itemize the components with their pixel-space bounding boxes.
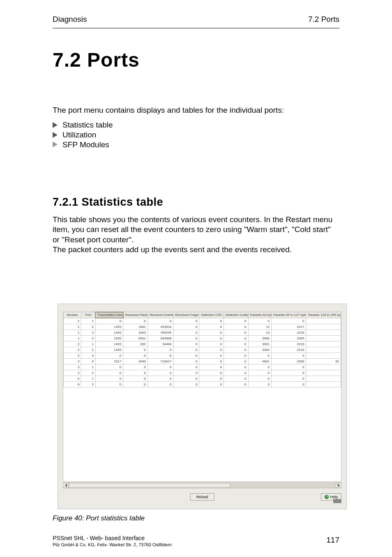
table-cell: 1493 — [95, 341, 123, 347]
bullet-label: Utilization — [62, 130, 96, 140]
column-header[interactable]: Packets 128 to 255 byte — [306, 312, 341, 318]
header-right: 7.2 Ports — [308, 15, 339, 24]
table-cell: 0 — [199, 364, 224, 370]
table-cell: 2365 — [271, 336, 306, 341]
table-cell: 0 — [95, 318, 123, 324]
column-header[interactable]: Received Octets — [148, 312, 173, 318]
table-cell: 664808 — [148, 336, 173, 341]
table-cell — [306, 382, 341, 388]
column-header[interactable]: Received Packets — [123, 312, 148, 318]
app-window: ModulePortTransmitted Unicast PacketsRec… — [58, 304, 347, 509]
column-header[interactable]: Module — [64, 312, 81, 318]
table-cell: 0 — [123, 318, 148, 324]
table-cell: 0 — [224, 353, 248, 359]
table-cell: 0 — [248, 353, 271, 359]
table-cell: 2 — [81, 324, 96, 330]
table-cell: 0 — [199, 330, 224, 336]
table-cell — [306, 364, 341, 370]
table-cell: 42 — [306, 359, 341, 364]
table-cell: 0 — [173, 330, 199, 336]
scroll-right-button[interactable] — [336, 483, 341, 488]
column-header[interactable]: Packets 64 bytes — [248, 312, 271, 318]
table-cell: 0 — [148, 318, 173, 324]
table-cell: 0 — [173, 370, 199, 376]
scrollbar-thumb[interactable] — [69, 483, 230, 488]
table-cell: 0 — [271, 370, 306, 376]
table-cell: 0 — [148, 353, 173, 359]
help-icon: ? — [325, 495, 329, 499]
table-row[interactable]: 24231749307160170004801239942 — [64, 359, 341, 364]
table-cell: 2317 — [95, 359, 123, 364]
column-header[interactable]: Transmitted Unicast Packets — [95, 312, 123, 318]
table-cell: 0 — [148, 376, 173, 382]
table-cell: 0 — [173, 347, 199, 353]
table-row[interactable]: 1214931601433524000122217 — [64, 324, 341, 330]
column-header[interactable]: Detected Collisions — [224, 312, 248, 318]
table-cell: 0 — [95, 376, 123, 382]
table-cell: 0 — [271, 382, 306, 388]
table-cell: 0 — [248, 364, 271, 370]
header-left: Diagnosis — [53, 15, 87, 24]
column-header[interactable]: Port — [81, 312, 96, 318]
table-row[interactable]: 2214930000033842216 — [64, 347, 341, 353]
table-cell: 13 — [248, 330, 271, 336]
table-row[interactable]: 141535553166480800039982365 — [64, 336, 341, 341]
table-cell — [306, 376, 341, 382]
table-cell: 0 — [224, 347, 248, 353]
table-row[interactable]: 3100000000 — [64, 364, 341, 370]
table-row[interactable]: 2114936329448400038912216 — [64, 341, 341, 347]
table-cell: 0 — [271, 376, 306, 382]
table-cell: 12 — [248, 324, 271, 330]
table-cell: 0 — [224, 341, 248, 347]
column-header[interactable]: Packets 65 to 127 bytes — [271, 312, 306, 318]
table-cell: 0 — [248, 370, 271, 376]
table-cell: 1535 — [95, 336, 123, 341]
horizontal-scrollbar[interactable] — [63, 483, 341, 488]
table-cell: 0 — [199, 376, 224, 382]
scroll-left-button[interactable] — [63, 483, 69, 488]
table-cell: 1 — [81, 376, 96, 382]
table-cell: 0 — [173, 324, 199, 330]
table-cell — [306, 318, 341, 324]
triangle-bullet-icon — [53, 142, 58, 147]
table-cell: 0 — [123, 353, 148, 359]
table-cell: 2 — [64, 353, 81, 359]
table-cell: 0 — [224, 364, 248, 370]
chevron-left-icon — [65, 484, 67, 487]
table-cell: 2 — [81, 382, 96, 388]
table-cell: 0 — [173, 353, 199, 359]
table-row[interactable]: 1100000000 — [64, 318, 341, 324]
bullet-label: SFP Modules — [62, 140, 109, 150]
triangle-bullet-icon — [53, 132, 58, 138]
bullet-item: Statistics table — [53, 120, 113, 130]
reload-button[interactable]: Reload — [190, 493, 214, 501]
bullet-list: Statistics table Utilization SFP Modules — [53, 120, 113, 149]
table-cell: 0 — [95, 353, 123, 359]
table-viewport: ModulePortTransmitted Unicast PacketsRec… — [63, 311, 341, 482]
table-cell: 0 — [224, 324, 248, 330]
table-cell: 0 — [173, 359, 199, 364]
table-cell: 2218 — [271, 330, 306, 336]
table-cell: 0 — [224, 382, 248, 388]
table-cell: 0 — [199, 353, 224, 359]
column-header[interactable]: Detected CRC errors — [199, 312, 224, 318]
table-cell: 1 — [81, 318, 96, 324]
section-paragraph-1: This table shows you the contents of var… — [53, 215, 332, 244]
table-row[interactable]: 1314931603459245000132218 — [64, 330, 341, 336]
table-row[interactable]: 3200000000 — [64, 370, 341, 376]
table-cell: 0 — [173, 364, 199, 370]
table-cell: 1 — [64, 336, 81, 341]
table-row[interactable]: 6200000000 — [64, 382, 341, 388]
page-header: Diagnosis 7.2 Ports — [53, 15, 339, 24]
table-cell: 0 — [173, 341, 199, 347]
column-header[interactable]: Received Fragments — [173, 312, 199, 318]
table-cell — [306, 324, 341, 330]
table-cell: 0 — [271, 318, 306, 324]
header-rule — [53, 28, 339, 28]
table-cell: 0 — [173, 376, 199, 382]
table-cell: 0 — [224, 318, 248, 324]
table-row[interactable]: 2300000000 — [64, 353, 341, 359]
table-row[interactable]: 6100000000 — [64, 376, 341, 382]
table-cell: 3 — [81, 353, 96, 359]
table-cell: 0 — [248, 376, 271, 382]
